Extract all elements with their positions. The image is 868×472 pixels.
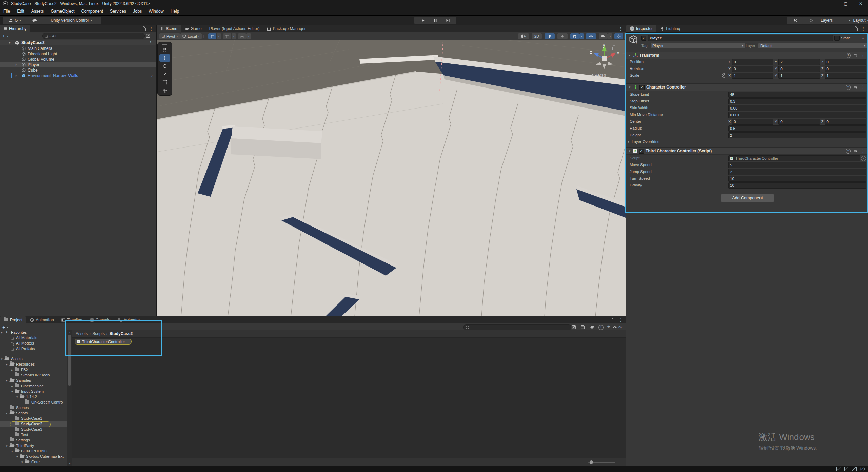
tab-package-manager[interactable]: Package Manager <box>263 25 309 32</box>
panel-menu-icon[interactable]: ⋮ <box>619 26 623 31</box>
rotate-tool-button[interactable] <box>159 62 170 70</box>
menu-jobs[interactable]: Jobs <box>130 9 145 14</box>
height-field[interactable]: 2 <box>728 132 866 138</box>
center-z-field[interactable]: 0 <box>825 119 866 125</box>
gameobject-name-field[interactable]: Player <box>648 35 833 41</box>
account-button[interactable]: G▾ <box>3 17 27 24</box>
tree-item-settings[interactable]: Settings <box>0 438 67 443</box>
scroll-up-icon[interactable]: ▲ <box>68 331 71 334</box>
component-menu-icon[interactable]: ⋮ <box>861 53 865 58</box>
foldout-icon[interactable]: ▾ <box>9 41 11 44</box>
min-move-distance-field[interactable]: 0.001 <box>728 112 866 118</box>
foldout-icon[interactable]: ▾ <box>1 331 3 334</box>
static-dropdown-icon[interactable]: ▾ <box>862 37 864 40</box>
foldout-icon[interactable]: ▾ <box>628 149 632 153</box>
foldout-icon[interactable]: ▸ <box>11 385 13 388</box>
presets-icon[interactable] <box>854 85 858 89</box>
foldout-icon[interactable]: ▾ <box>21 460 23 464</box>
tree-item-fbx[interactable]: ▸ FBX <box>0 367 67 373</box>
center-x-field[interactable]: 0 <box>732 119 773 125</box>
tree-item-resources[interactable]: ▾ Resources <box>0 362 67 367</box>
layers-dropdown[interactable]: Layers▾ <box>818 17 853 24</box>
help-icon[interactable]: ? <box>846 53 851 58</box>
component-enabled-checkbox[interactable]: ✓ <box>639 85 645 90</box>
slope-limit-field[interactable]: 45 <box>728 92 866 98</box>
tree-item-scenes[interactable]: Scenes <box>0 405 67 411</box>
object-picker-icon[interactable] <box>861 156 866 161</box>
audio-toggle[interactable] <box>557 33 568 39</box>
foldout-icon[interactable]: ▸ <box>16 63 17 66</box>
tray-security-check-icon[interactable] <box>860 467 865 471</box>
panel-menu-icon[interactable]: ⋮ <box>149 26 153 31</box>
snap-dropdown[interactable]: ▾ <box>246 33 251 39</box>
component-enabled-checkbox[interactable]: ✓ <box>639 149 644 154</box>
tree-item-core[interactable]: ▾ Core <box>0 459 67 465</box>
favorites-filter-icon[interactable]: ★ <box>607 324 610 329</box>
slider-knob[interactable] <box>590 460 593 464</box>
tab-project[interactable]: Project <box>0 316 26 323</box>
increment-snap-button[interactable] <box>223 33 231 39</box>
jump-speed-field[interactable]: 2 <box>728 169 866 175</box>
move-tool-button[interactable] <box>159 54 170 62</box>
tree-item-skybox-cubemap[interactable]: ▾ Skybox Cubemap Ext <box>0 454 67 459</box>
panel-menu-icon[interactable]: ⋮ <box>861 26 865 31</box>
layout-dropdown[interactable]: Layout▾ <box>850 17 868 24</box>
search-by-label-icon[interactable] <box>590 325 594 329</box>
script-component-header[interactable]: ▾ ✓ Third Character Controller (Script) … <box>626 147 868 155</box>
tree-item-1-14-2[interactable]: ▾ 1.14.2 <box>0 394 67 400</box>
maximize-button[interactable]: ▢ <box>838 0 853 7</box>
tray-notifications-disabled-icon[interactable] <box>852 467 857 471</box>
tree-item-input-system[interactable]: ▾ Input System <box>0 389 67 394</box>
2d-toggle[interactable]: 2D <box>532 33 542 39</box>
create-dropdown-icon[interactable]: ▾ <box>7 35 8 38</box>
foldout-icon[interactable]: ▸ <box>16 74 17 77</box>
foldout-icon[interactable]: ▾ <box>6 412 8 415</box>
grid-snapping-button[interactable] <box>208 33 216 39</box>
breadcrumb-scripts[interactable]: Scripts <box>92 331 105 336</box>
foldout-icon[interactable]: ▾ <box>6 379 8 382</box>
tree-item-simpleurptoon[interactable]: SimpleURPToon <box>0 373 67 378</box>
position-y-field[interactable]: 2 <box>778 59 820 65</box>
tree-item-assets[interactable]: ▾ Assets <box>0 356 67 362</box>
gameobject-icon-dropdown[interactable]: ▾ <box>636 41 637 44</box>
move-speed-field[interactable]: 5 <box>728 162 866 168</box>
search-by-import-log-icon[interactable]: ! <box>598 325 604 330</box>
layer-dropdown[interactable]: Default▾ <box>758 43 867 48</box>
radius-field[interactable]: 0.5 <box>728 125 866 132</box>
tab-animation[interactable]: Animation <box>26 316 57 323</box>
tree-scrollbar[interactable]: ▲ ▼ <box>67 330 72 466</box>
position-x-field[interactable]: 0 <box>732 59 773 65</box>
scale-x-field[interactable]: 1 <box>732 73 773 79</box>
pivot-mode-dropdown[interactable]: Pivot▾ <box>159 33 180 39</box>
character-controller-header[interactable]: ▾ ✓ Character Controller ? ⋮ <box>626 83 868 91</box>
scale-z-field[interactable]: 1 <box>825 73 866 79</box>
skin-width-field[interactable]: 0.08 <box>728 105 866 111</box>
scene-menu-icon[interactable]: ⋮ <box>149 40 153 45</box>
scale-tool-button[interactable] <box>159 71 170 78</box>
center-y-field[interactable]: 0 <box>778 119 820 125</box>
rotation-z-field[interactable]: 0 <box>825 66 866 72</box>
hierarchy-item-directional-light[interactable]: Directional Light <box>0 51 156 57</box>
foldout-icon[interactable]: ▾ <box>16 395 18 399</box>
rotation-y-field[interactable]: 0 <box>778 66 820 72</box>
menu-gameobject[interactable]: GameObject <box>47 9 78 14</box>
tree-item-on-screen-controls[interactable]: On-Screen Contro <box>0 400 67 405</box>
minimize-button[interactable]: – <box>823 0 838 7</box>
menu-assets[interactable]: Assets <box>28 9 47 14</box>
create-dropdown-icon[interactable]: ▾ <box>7 326 8 329</box>
tab-inspector[interactable]: i Inspector <box>626 25 656 32</box>
transform-header[interactable]: ▾ Transform ? ⋮ <box>626 52 868 59</box>
scrollbar-thumb[interactable] <box>68 335 71 386</box>
camera-settings-dropdown[interactable]: ▾ <box>608 33 612 39</box>
asset-thirdcharactercontroller[interactable]: ThirdCharacterController <box>75 339 132 345</box>
orientation-dropdown[interactable]: Local▾ <box>180 33 202 39</box>
favorites-all-materials[interactable]: All Materials <box>0 335 67 341</box>
thumbnail-size-slider[interactable] <box>588 462 615 463</box>
menu-component[interactable]: Component <box>78 9 106 14</box>
prefab-open-chevron-icon[interactable]: › <box>151 73 153 78</box>
step-offset-field[interactable]: 0.3 <box>728 98 866 104</box>
camera-settings-button[interactable] <box>599 33 608 39</box>
foldout-icon[interactable]: ▾ <box>1 357 3 361</box>
gravity-field[interactable]: 10 <box>728 182 866 189</box>
gizmos-toggle[interactable] <box>614 33 623 39</box>
